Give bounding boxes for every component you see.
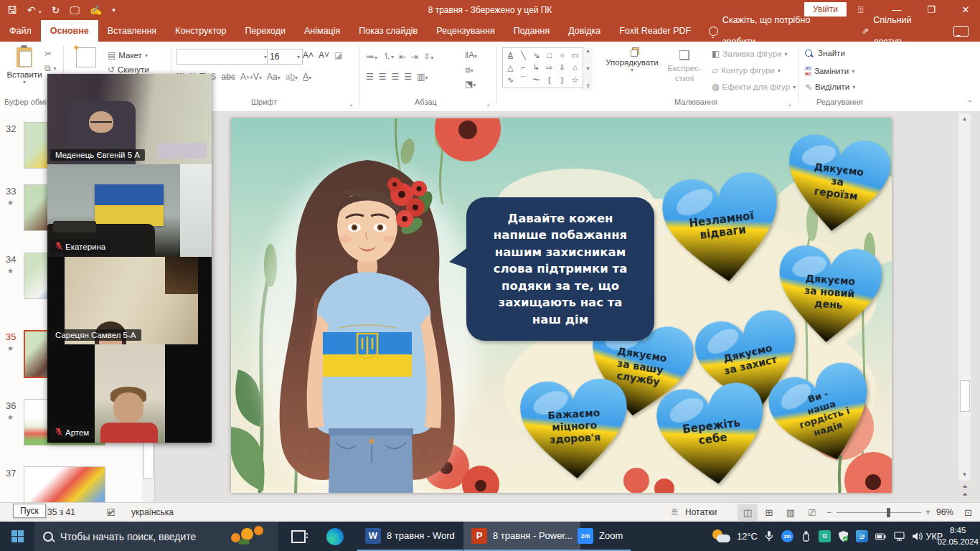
language-indicator[interactable]: українська bbox=[131, 503, 174, 522]
screen-share-icon[interactable]: ⧉ bbox=[819, 530, 831, 542]
wish-heart-7[interactable]: Бережіть себе bbox=[650, 376, 775, 493]
shapes-gallery[interactable]: A̲╲⇘□○▭ △⌐↳⇨⇩⌂ ∿⌒〜{}☆ bbox=[502, 47, 583, 88]
ribbon-display-options-icon[interactable]: ⍐ bbox=[847, 0, 875, 20]
zoom-slider-track[interactable] bbox=[837, 512, 921, 513]
tell-me-box[interactable]: Скажіть, що потрібно зробити bbox=[700, 20, 852, 42]
tab-довідка[interactable]: Довідка bbox=[559, 20, 610, 42]
new-slide-button[interactable] bbox=[69, 47, 103, 67]
clear-formatting-icon[interactable]: ◪ bbox=[334, 50, 342, 60]
share-button[interactable]: ⇗ Спільний доступ bbox=[852, 20, 951, 42]
normal-view-icon[interactable]: ◫ bbox=[738, 504, 758, 521]
volume-icon[interactable] bbox=[912, 530, 924, 542]
select-button[interactable]: ⇖Виділити▾ bbox=[805, 82, 855, 92]
zoom-slider-thumb[interactable] bbox=[887, 508, 890, 517]
paste-button[interactable]: Вставити ▾ bbox=[6, 47, 43, 85]
zoom-percentage[interactable]: 96% bbox=[936, 503, 953, 522]
zoom-meeting-window[interactable]: Меденець Євгеній 5 АЕкатеринаСарецян Сам… bbox=[47, 74, 212, 443]
usb-device-icon[interactable] bbox=[800, 530, 812, 542]
collapse-ribbon-icon[interactable]: ⌃ bbox=[967, 99, 973, 107]
layout-button[interactable]: ▤Макет▾ bbox=[108, 50, 148, 60]
font-name-combobox[interactable]: ▾ bbox=[176, 49, 270, 65]
char-spacing-icon[interactable]: A⇿V▾ bbox=[240, 72, 262, 82]
grow-font-icon[interactable]: A˄ bbox=[303, 50, 314, 60]
align-right-icon[interactable]: ☰ bbox=[392, 72, 400, 82]
clock[interactable]: 8:45 02.05.2024 bbox=[937, 522, 979, 551]
zoom-out-icon[interactable]: − bbox=[826, 503, 831, 522]
app-tray-icon[interactable]: 🖳 bbox=[856, 530, 868, 542]
zoom-tray-icon[interactable]: zm bbox=[781, 530, 793, 542]
zoom-in-icon[interactable]: + bbox=[925, 503, 930, 522]
shrink-font-icon[interactable]: A˅ bbox=[319, 50, 329, 60]
wish-heart-6[interactable]: Бажаємо міцного здоров'я bbox=[515, 374, 633, 484]
font-dialog-launcher[interactable]: ⌟ bbox=[349, 99, 353, 107]
text-direction-icon[interactable]: ǁA▾ bbox=[465, 50, 477, 60]
close-icon[interactable]: ✕ bbox=[951, 0, 980, 20]
spellcheck-icon[interactable]: 🗹 bbox=[106, 503, 116, 522]
slide-sorter-view-icon[interactable]: ⊞ bbox=[759, 504, 779, 521]
zoom-participant-tile[interactable]: Сарецян Самвел 5-А bbox=[47, 257, 212, 344]
decrease-indent-icon[interactable]: ⇤ bbox=[399, 52, 406, 62]
defender-icon[interactable] bbox=[837, 530, 849, 542]
quick-styles-button[interactable]: ❏ Експрес-стилі bbox=[663, 47, 706, 84]
numbering-icon[interactable]: ⒈▾ bbox=[382, 50, 394, 62]
shape-fill-button[interactable]: ◧Заливка фігури▾ bbox=[712, 49, 787, 59]
task-view-button[interactable] bbox=[284, 522, 313, 551]
tab-подання[interactable]: Подання bbox=[504, 20, 559, 42]
justify-icon[interactable]: ☰ bbox=[404, 72, 412, 82]
slide-canvas[interactable]: Незламної відвагиДякуємо за героїзмДякує… bbox=[231, 118, 892, 493]
tab-переходи[interactable]: Переходи bbox=[235, 20, 295, 42]
comments-icon[interactable] bbox=[953, 26, 969, 37]
zoom-participant-tile[interactable]: Артем bbox=[47, 344, 212, 443]
tab-анімація[interactable]: Анімація bbox=[295, 20, 349, 42]
copy-button[interactable]: ⧉▾ bbox=[44, 63, 57, 73]
increase-indent-icon[interactable]: ⇥ bbox=[411, 52, 418, 62]
tab-показ-слайдів[interactable]: Показ слайдів bbox=[349, 20, 427, 42]
edge-browser-button[interactable] bbox=[320, 522, 350, 551]
align-text-icon[interactable]: ⧈▾ bbox=[465, 65, 473, 75]
change-case-icon[interactable]: Aa▾ bbox=[267, 72, 281, 82]
network-icon[interactable] bbox=[893, 530, 905, 542]
find-button[interactable]: Знайти bbox=[805, 49, 845, 57]
paragraph-dialog-launcher[interactable]: ⌟ bbox=[486, 99, 490, 107]
slideshow-view-icon[interactable]: ⎚ bbox=[802, 504, 822, 521]
shapes-gallery-scrollbar[interactable]: ▲▼⊽ bbox=[583, 47, 593, 90]
notes-toggle[interactable]: Нотатки bbox=[685, 503, 717, 522]
taskbar-app-ppt[interactable]: P8 травня - Power... bbox=[463, 522, 580, 551]
start-button[interactable] bbox=[0, 522, 34, 551]
reading-view-icon[interactable]: ▥ bbox=[781, 504, 801, 521]
previous-slide-button[interactable]: ⏶⏶ bbox=[960, 483, 970, 499]
wish-heart-2[interactable]: Дякуємо за героїзм bbox=[778, 128, 892, 239]
convert-smartart-icon[interactable]: ⬔▾ bbox=[465, 79, 476, 89]
columns-icon[interactable]: ▥▾ bbox=[417, 72, 428, 82]
drawing-dialog-launcher[interactable]: ⌟ bbox=[788, 99, 791, 107]
zoom-participant-tile[interactable]: Меденець Євгеній 5 А bbox=[47, 74, 212, 164]
tab-вставлення[interactable]: Вставлення bbox=[98, 20, 166, 42]
font-size-combobox[interactable]: 16▾ bbox=[267, 49, 303, 65]
tab-рецензування[interactable]: Рецензування bbox=[427, 20, 504, 42]
shape-outline-button[interactable]: ▱Контур фігури▾ bbox=[712, 65, 781, 75]
strikethrough-icon[interactable]: abc bbox=[222, 72, 235, 82]
speech-bubble[interactable]: Давайте кожен напише побажання нашим зах… bbox=[466, 197, 654, 341]
arrange-button[interactable]: Упорядкувати ▾ bbox=[603, 47, 661, 73]
microphone-icon[interactable] bbox=[763, 530, 775, 542]
line-spacing-icon[interactable]: ⇳▾ bbox=[423, 52, 433, 62]
weather-widget[interactable]: 12°C bbox=[712, 522, 758, 551]
wish-heart-1[interactable]: Незламної відваги bbox=[655, 165, 790, 291]
canvas-scrollbar[interactable]: ▲ ▼ bbox=[958, 113, 971, 481]
align-left-icon[interactable]: ☰ bbox=[366, 72, 374, 82]
reset-slide-button[interactable]: ↺Скинути bbox=[108, 65, 149, 75]
bullets-icon[interactable]: ≔▾ bbox=[366, 52, 377, 62]
font-color-icon[interactable]: A̲▾ bbox=[303, 72, 311, 82]
align-center-icon[interactable]: ☰ bbox=[379, 72, 387, 82]
tab-foxit-reader-pdf[interactable]: Foxit Reader PDF bbox=[610, 20, 700, 42]
cut-button[interactable]: ✂ bbox=[44, 49, 52, 59]
battery-icon[interactable] bbox=[875, 530, 887, 542]
tab-конструктор[interactable]: Конструктор bbox=[166, 20, 235, 42]
replace-button[interactable]: abacЗамінити▾ bbox=[805, 65, 854, 77]
fit-to-window-icon[interactable]: ⊡ bbox=[964, 503, 972, 522]
taskbar-search-box[interactable]: Чтобы начать поиск, введите bbox=[34, 522, 278, 551]
highlight-color-icon[interactable]: ab̲▾ bbox=[286, 72, 298, 82]
shape-effects-button[interactable]: ◍Ефекти для фігур▾ bbox=[712, 82, 796, 92]
tab-основне[interactable]: Основне bbox=[41, 20, 98, 42]
taskbar-app-zoom[interactable]: zmZoom bbox=[570, 522, 631, 551]
